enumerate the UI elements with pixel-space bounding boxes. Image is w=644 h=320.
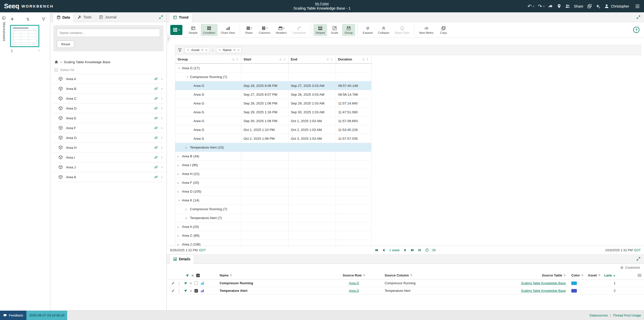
- forward-share-icon[interactable]: [548, 4, 553, 9]
- trend-table-row[interactable]: ›Temperature Alert (10): [175, 143, 372, 152]
- undo-icon[interactable]: ↶: [528, 4, 532, 9]
- expand-group-icon[interactable]: ›: [177, 190, 182, 193]
- expand-group-icon[interactable]: ›: [185, 216, 190, 220]
- trend-table-row[interactable]: ›Area G (17): [175, 64, 372, 73]
- source-row-link[interactable]: Area D: [349, 289, 359, 293]
- drilldown-chevron-icon[interactable]: ›: [161, 106, 163, 110]
- drilldown-chevron-icon[interactable]: ›: [161, 165, 163, 169]
- sort-icon[interactable]: ⇅: [410, 274, 412, 277]
- toolbar-button-columns[interactable]: ▾Columns: [257, 24, 272, 36]
- tab-journal[interactable]: Journal: [95, 12, 120, 22]
- asset-list-item[interactable]: Area F⇄›: [53, 123, 164, 133]
- toolbar-button-simple[interactable]: Simple: [186, 24, 200, 36]
- swap-asset-icon[interactable]: ⇄: [154, 146, 157, 150]
- trend-table-row[interactable]: ›Area H (22): [175, 169, 372, 178]
- select-all-items-checkbox[interactable]: [196, 274, 200, 277]
- toolbar-button-group[interactable]: Group: [342, 24, 355, 36]
- go-to-now-icon[interactable]: [418, 248, 422, 252]
- toolbar-button-headers[interactable]: ▾Headers: [273, 24, 289, 36]
- column-header-start[interactable]: Start ⋮: [241, 55, 289, 63]
- breadcrumb-current[interactable]: Scaling Table Knowledge Base: [64, 60, 110, 64]
- asset-list-item[interactable]: Area J⇄›: [53, 162, 164, 172]
- asset-list-item[interactable]: Area H⇄›: [53, 143, 164, 153]
- start-timezone-link[interactable]: EDT: [199, 248, 206, 252]
- collapse-group-icon[interactable]: ›: [186, 75, 190, 79]
- tab-trend[interactable]: Trend: [169, 13, 192, 22]
- details-column-source-row[interactable]: Source Row⇅: [333, 271, 375, 279]
- asset-list-item[interactable]: Area B⇄›: [53, 84, 164, 94]
- column-menu-icon[interactable]: ⋮: [330, 58, 333, 61]
- send-item-icon[interactable]: [184, 281, 187, 285]
- duration-link[interactable]: 1 week: [389, 248, 399, 252]
- remove-chip-icon[interactable]: ×: [205, 48, 208, 52]
- group-chip-name[interactable]: Name ⇅ ×: [216, 47, 242, 53]
- sort-icon[interactable]: ⇅: [363, 274, 365, 277]
- remove-item-icon[interactable]: ×: [190, 289, 192, 293]
- expand-trend-panel-icon[interactable]: [636, 15, 640, 19]
- step-back-full-icon[interactable]: [375, 248, 378, 252]
- trend-table-row[interactable]: ›Temperature Alert (7): [175, 214, 372, 222]
- swap-asset-icon[interactable]: ⇄: [154, 165, 157, 169]
- details-row[interactable]: ⋮×Temperature AlertArea DTemperature Ale…: [167, 287, 644, 295]
- collapse-group-icon[interactable]: ›: [178, 66, 182, 70]
- drilldown-chevron-icon[interactable]: ›: [161, 77, 163, 81]
- trend-table-row[interactable]: ›Compressor Running (7): [175, 73, 372, 81]
- column-header-group[interactable]: Group ⋮: [175, 55, 241, 63]
- feedback-button[interactable]: Feedback: [0, 311, 26, 320]
- drilldown-chevron-icon[interactable]: ›: [161, 116, 163, 120]
- sort-icon[interactable]: ⇅: [598, 274, 600, 277]
- details-column-name[interactable]: Name⇅: [217, 271, 333, 279]
- toolbar-button-scale[interactable]: Scale: [328, 24, 341, 36]
- trend-table-row[interactable]: ›Area A (20): [175, 222, 372, 231]
- send-all-icon[interactable]: [185, 274, 189, 277]
- reorder-worksheets-icon[interactable]: ⇅: [26, 17, 29, 21]
- chip-sort-icon[interactable]: ⇅: [201, 49, 204, 51]
- worksheet-thumbnail[interactable]: [10, 25, 39, 47]
- sort-icon[interactable]: ⇅: [230, 274, 232, 277]
- expand-group-icon[interactable]: ›: [185, 207, 190, 211]
- tab-tools[interactable]: Tools: [74, 12, 95, 22]
- edit-item-icon[interactable]: [171, 281, 175, 285]
- trend-table-row[interactable]: ›Area K (14): [175, 196, 372, 205]
- home-icon[interactable]: [54, 60, 58, 64]
- manage-access-icon[interactable]: [565, 4, 570, 9]
- trend-table-row[interactable]: ›Area J (236): [175, 240, 372, 246]
- step-back-icon[interactable]: [382, 248, 386, 252]
- undo-history-caret-icon[interactable]: ▾: [533, 5, 534, 8]
- tab-data[interactable]: Data: [53, 13, 74, 22]
- toolbar-button-expand[interactable]: Expand: [360, 24, 375, 36]
- tab-details[interactable]: Details: [169, 254, 194, 264]
- trend-table-row[interactable]: ›Area C (69): [175, 231, 372, 240]
- color-swatch[interactable]: [571, 281, 577, 285]
- drilldown-chevron-icon[interactable]: ›: [161, 87, 163, 91]
- move-column-icon[interactable]: [232, 58, 235, 61]
- swap-asset-icon[interactable]: ⇄: [154, 116, 157, 120]
- drilldown-chevron-icon[interactable]: ›: [161, 96, 163, 100]
- trend-table-row[interactable]: Area GOct 2, 2025 1:06 PMOct 3, 2025 1:0…: [175, 134, 372, 143]
- item-selected-checkbox[interactable]: [194, 281, 198, 285]
- drilldown-chevron-icon[interactable]: ›: [161, 136, 163, 140]
- chip-sort-icon[interactable]: ⇅: [233, 49, 235, 51]
- swap-asset-icon[interactable]: ⇄: [154, 175, 157, 179]
- thread-pool-usage-link[interactable]: Thread Pool Usage: [613, 313, 641, 317]
- asset-list-item[interactable]: Area A⇄›: [53, 74, 164, 84]
- swap-asset-icon[interactable]: ⇄: [154, 136, 157, 140]
- drilldown-chevron-icon[interactable]: ›: [161, 126, 163, 130]
- drilldown-chevron-icon[interactable]: ›: [161, 175, 163, 179]
- step-forward-icon[interactable]: [403, 248, 407, 252]
- trend-table-row[interactable]: Area GSep 27, 2025 8:07 PMSep 28, 2025 3…: [175, 90, 372, 99]
- item-selected-checkbox[interactable]: [194, 289, 198, 293]
- details-column-source-table[interactable]: Source Table⇅: [499, 271, 568, 279]
- trend-table-row[interactable]: ›Area D (105): [175, 187, 372, 196]
- column-menu-icon[interactable]: ⋮: [283, 58, 286, 61]
- asset-list-item[interactable]: Area I⇄›: [53, 153, 164, 162]
- remove-chip-icon[interactable]: ×: [237, 48, 239, 52]
- user-menu[interactable]: Christopher: [604, 4, 629, 9]
- expand-details-panel-icon[interactable]: [636, 257, 640, 261]
- remove-item-icon[interactable]: ×: [190, 281, 192, 285]
- trend-table-row[interactable]: ›Area I (90): [175, 161, 372, 169]
- customize-button[interactable]: Customize: [167, 264, 644, 271]
- add-worksheet-button[interactable]: +: [11, 16, 14, 22]
- drag-handle-icon[interactable]: [218, 49, 221, 51]
- expand-group-icon[interactable]: ›: [185, 146, 190, 149]
